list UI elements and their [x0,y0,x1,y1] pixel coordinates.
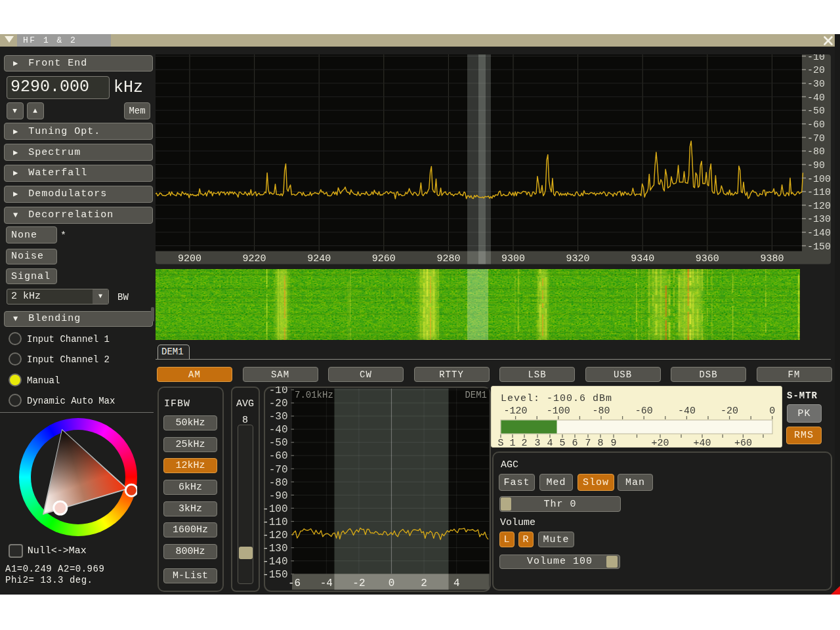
svg-text:+40: +40 [693,438,711,448]
svg-text:-40: -40 [269,424,288,436]
svg-text:-80: -80 [592,406,610,417]
svg-text:-120: -120 [504,406,528,417]
svg-text:-80: -80 [269,477,288,489]
svg-text:+20: +20 [651,438,669,448]
svg-text:9: 9 [610,438,616,448]
svg-text:-2: -2 [352,578,365,589]
svg-text:-20: -20 [807,65,825,76]
svg-text:7: 7 [585,438,591,448]
svg-text:5: 5 [559,438,565,448]
svg-text:-100: -100 [547,406,570,417]
svg-text:-60: -60 [635,406,653,417]
svg-text:1: 1 [509,438,515,448]
svg-text:9340: 9340 [631,253,654,264]
svg-text:9380: 9380 [760,253,784,264]
svg-text:-70: -70 [269,464,288,476]
svg-text:-40: -40 [678,406,696,417]
svg-text:2: 2 [421,578,427,589]
svg-text:2: 2 [521,438,527,448]
svg-text:-110: -110 [807,187,831,198]
svg-text:-130: -130 [807,214,831,225]
svg-text:-80: -80 [807,146,825,158]
svg-text:-60: -60 [269,450,288,462]
svg-text:DEM1: DEM1 [465,390,487,400]
svg-text:9260: 9260 [372,253,396,264]
svg-text:-100: -100 [807,174,831,185]
svg-text:-120: -120 [264,530,288,541]
svg-text:-130: -130 [264,543,288,555]
svg-text:-4: -4 [320,578,333,589]
svg-text:-140: -140 [807,228,831,239]
svg-text:-40: -40 [807,93,825,104]
svg-text:-10: -10 [807,54,825,63]
svg-text:9320: 9320 [566,253,590,264]
svg-text:0: 0 [769,406,775,417]
svg-text:-90: -90 [269,490,288,502]
svg-text:-6: -6 [288,578,301,589]
svg-text:-150: -150 [807,242,831,253]
svg-text:-10: -10 [269,387,288,396]
svg-text:9300: 9300 [501,253,525,264]
svg-text:-140: -140 [264,556,288,568]
svg-text:-30: -30 [807,79,825,90]
svg-text:9240: 9240 [307,253,331,264]
svg-text:-100: -100 [264,503,288,515]
svg-text:7.01kHz: 7.01kHz [295,390,333,400]
svg-text:4: 4 [453,578,460,589]
svg-text:0: 0 [388,578,395,589]
svg-text:9360: 9360 [696,253,719,264]
svg-text:-110: -110 [264,516,288,528]
svg-text:9280: 9280 [436,253,460,264]
svg-text:S: S [497,438,503,448]
svg-text:-30: -30 [269,411,288,423]
svg-text:6: 6 [572,438,578,448]
svg-text:+60: +60 [734,438,752,448]
svg-text:9220: 9220 [243,253,266,264]
svg-text:-20: -20 [721,406,738,417]
svg-text:9200: 9200 [178,253,201,264]
svg-text:3: 3 [534,438,540,448]
svg-text:-60: -60 [807,119,825,131]
svg-text:-50: -50 [807,106,825,117]
svg-text:4: 4 [547,438,553,448]
svg-text:8: 8 [597,438,603,448]
svg-text:-120: -120 [807,201,831,212]
svg-text:-70: -70 [807,133,825,144]
svg-text:Level: -100.6 dBm: Level: -100.6 dBm [501,393,612,404]
svg-text:-20: -20 [269,398,288,410]
svg-text:-150: -150 [264,569,288,581]
svg-text:-50: -50 [269,437,288,449]
svg-text:-90: -90 [807,160,825,171]
